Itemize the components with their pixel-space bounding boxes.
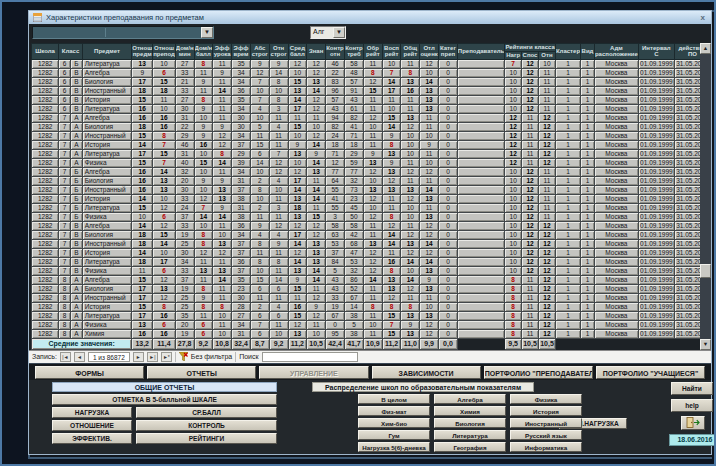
cell-reyting-nagr[interactable]: 8 xyxy=(505,302,522,311)
cell-prepodavatel[interactable] xyxy=(457,149,504,158)
cell-domn-min[interactable]: 22 xyxy=(175,122,194,131)
cell-obr-reyt[interactable]: 11 xyxy=(363,104,382,113)
cell-eff-vrem[interactable]: 36 xyxy=(232,221,251,230)
cell-otnosh-predm[interactable]: 16 xyxy=(132,185,153,194)
cell-domn-min[interactable]: 27 xyxy=(175,59,194,68)
cell-otnosh-prepod[interactable]: 18 xyxy=(153,86,176,95)
cell-kontr-treb[interactable]: 14 xyxy=(344,302,363,311)
cell-eff-vrem[interactable]: 35 xyxy=(232,59,251,68)
cell-prepodavatel[interactable] xyxy=(457,104,504,113)
cell-obsch-reyt[interactable]: 12 xyxy=(401,167,420,176)
cell-obr-reyt[interactable]: 10 xyxy=(363,203,382,212)
search-input[interactable] xyxy=(262,352,358,362)
cell-otn-strog[interactable]: 11 xyxy=(269,248,288,257)
cell-sred-ball[interactable]: 14 xyxy=(288,95,307,104)
cell-sred-ball[interactable]: 16 xyxy=(288,302,307,311)
cell-znan[interactable]: 14 xyxy=(307,185,326,194)
cell-sred-ball[interactable]: 14 xyxy=(288,239,307,248)
cell-interval-s[interactable]: 01.09.1999 xyxy=(638,77,674,86)
cell-kateg-prep[interactable]: 0 xyxy=(439,122,458,131)
cell-kontr-treb[interactable]: 32 xyxy=(344,266,363,275)
cell-otl-ocenk[interactable]: 13 xyxy=(420,212,439,221)
cell-reyting-spos[interactable]: 11 xyxy=(522,284,539,293)
cell-adm-raspolozhenie[interactable]: Москва xyxy=(594,158,638,167)
cell-reyting-otn[interactable]: 11 xyxy=(539,77,556,86)
cell-domn-min[interactable]: 37 xyxy=(175,275,194,284)
cell-otl-ocenk[interactable]: 12 xyxy=(420,248,439,257)
cell-predmet[interactable]: Физика xyxy=(82,158,132,167)
cell-klass[interactable]: 8 xyxy=(59,275,71,284)
cell-prepodavatel[interactable] xyxy=(457,266,504,275)
cell-kateg-prep[interactable]: 0 xyxy=(439,329,458,338)
cell-abs-strog[interactable]: 5 xyxy=(250,122,269,131)
cell-prepodavatel[interactable] xyxy=(457,302,504,311)
cell-vosp-reyt[interactable]: 7 xyxy=(382,68,401,77)
cell-kontr-treb[interactable]: 67 xyxy=(344,293,363,302)
cell-kontr-treb[interactable]: 32 xyxy=(344,176,363,185)
cell-domn-min[interactable]: 20 xyxy=(175,176,194,185)
cell-reyting-otn[interactable]: 12 xyxy=(539,257,556,266)
cell-otl-ocenk[interactable]: 10 xyxy=(420,131,439,140)
cell-otl-ocenk[interactable]: 9 xyxy=(420,275,439,284)
cell-eff-uroka[interactable]: 11 xyxy=(213,95,232,104)
cell-obsch-reyt[interactable]: 10 xyxy=(401,203,420,212)
cell-otnosh-prepod[interactable]: 12 xyxy=(153,221,176,230)
cell-kateg-prep[interactable]: 0 xyxy=(439,104,458,113)
cell-obsch-reyt[interactable]: 13 xyxy=(401,77,420,86)
cell-reyting-nagr[interactable]: 12 xyxy=(505,131,522,140)
cell-shkola[interactable]: 1282 xyxy=(32,167,59,176)
cell-abs-strog[interactable]: 2 xyxy=(250,302,269,311)
cell-otnosh-prepod[interactable]: 10 xyxy=(153,104,176,113)
cell-reyting-otn[interactable]: 12 xyxy=(539,293,556,302)
cell-klaster[interactable]: 1 xyxy=(555,59,580,68)
cell-otl-ocenk[interactable]: 11 xyxy=(420,203,439,212)
cell-vosp-reyt[interactable]: 11 xyxy=(382,95,401,104)
cell-kontr-treb[interactable]: 58 xyxy=(344,59,363,68)
cell-klass[interactable]: 7 xyxy=(59,113,71,122)
cell-sred-ball[interactable]: 15 xyxy=(288,77,307,86)
cell-znan[interactable]: 12 xyxy=(307,104,326,113)
cell-otnosh-predm[interactable]: 13 xyxy=(132,320,153,329)
cell-klass-litera[interactable]: В xyxy=(70,248,82,257)
cell-klass[interactable]: 8 xyxy=(59,320,71,329)
cell-klaster[interactable]: 1 xyxy=(555,176,580,185)
cell-klaster[interactable]: 1 xyxy=(555,203,580,212)
cell-predmet[interactable]: Биология xyxy=(82,77,132,86)
cell-eff-uroka[interactable]: 12 xyxy=(213,140,232,149)
cell-obsch-reyt[interactable]: 14 xyxy=(401,257,420,266)
cell-klass[interactable]: 8 xyxy=(59,284,71,293)
cell-vid[interactable]: 1 xyxy=(581,86,595,95)
cell-domn-ball[interactable]: 6 xyxy=(194,320,213,329)
cell-predmet[interactable]: Литература xyxy=(82,104,132,113)
cell-reyting-nagr[interactable]: 10 xyxy=(505,95,522,104)
cell-otnosh-prepod[interactable]: 6 xyxy=(153,212,176,221)
cell-obsch-reyt[interactable]: 16 xyxy=(401,86,420,95)
cell-kontr-treb[interactable]: 48 xyxy=(344,68,363,77)
cell-sred-ball[interactable]: 12 xyxy=(288,248,307,257)
cell-eff-vrem[interactable]: 30 xyxy=(232,293,251,302)
cell-interval-s[interactable]: 01.09.1999 xyxy=(638,149,674,158)
cell-vid[interactable]: 1 xyxy=(581,140,595,149)
cell-vid[interactable]: 1 xyxy=(581,68,595,77)
cell-otl-ocenk[interactable]: 12 xyxy=(420,329,439,338)
cell-otn-strog[interactable]: 12 xyxy=(269,221,288,230)
cell-reyting-otn[interactable]: 12 xyxy=(539,131,556,140)
cell-kontr-treb[interactable]: 57 xyxy=(344,77,363,86)
cell-reyting-spos[interactable]: 12 xyxy=(522,239,539,248)
cell-predmet[interactable]: Биология xyxy=(82,284,132,293)
cell-kontr-otn[interactable]: 58 xyxy=(326,221,345,230)
cell-eff-uroka[interactable]: 8 xyxy=(213,149,232,158)
cell-domn-ball[interactable]: 11 xyxy=(194,257,213,266)
cell-sred-ball[interactable]: 9 xyxy=(288,140,307,149)
report-button-otmetka[interactable]: ОТМЕТКА В 5-балльной ШКАЛЕ xyxy=(52,394,277,405)
cell-klaster[interactable]: 1 xyxy=(555,275,580,284)
cell-prepodavatel[interactable] xyxy=(457,329,504,338)
cell-adm-raspolozhenie[interactable]: Москва xyxy=(594,302,638,311)
cell-shkola[interactable]: 1282 xyxy=(32,230,59,239)
cell-reyting-nagr[interactable]: 10 xyxy=(505,230,522,239)
cell-adm-raspolozhenie[interactable]: Москва xyxy=(594,311,638,320)
cell-vid[interactable]: 1 xyxy=(581,194,595,203)
cell-shkola[interactable]: 1282 xyxy=(32,257,59,266)
cell-klass[interactable]: 7 xyxy=(59,140,71,149)
cell-sred-ball[interactable]: 12 xyxy=(288,320,307,329)
